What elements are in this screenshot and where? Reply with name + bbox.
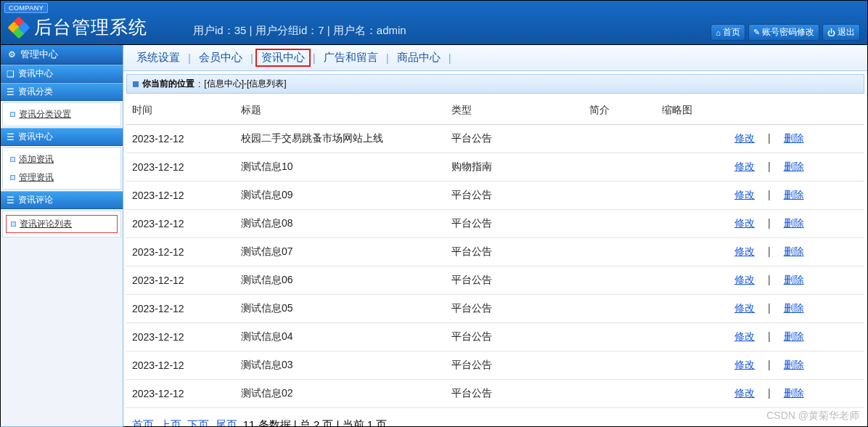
password-button[interactable]: ✎账号密码修改 xyxy=(748,24,819,41)
edit-link[interactable]: 修改 xyxy=(734,189,755,200)
home-button[interactable]: ⌂首页 xyxy=(711,24,745,41)
sidebar-link-add[interactable]: 添加资讯 xyxy=(3,150,120,168)
cell-ops: 修改|删除 xyxy=(729,295,864,323)
nav-sys[interactable]: 系统设置 xyxy=(131,49,186,66)
col-ops xyxy=(729,97,864,125)
col-intro: 简介 xyxy=(584,97,656,125)
list-icon: ☰ xyxy=(7,87,15,97)
delete-link[interactable]: 删除 xyxy=(784,132,804,144)
table-row: 2023-12-12测试信息04平台公告修改|删除 xyxy=(126,323,864,351)
delete-link[interactable]: 删除 xyxy=(784,359,804,370)
cell-thumb xyxy=(656,210,729,238)
list-icon: ☰ xyxy=(7,132,15,142)
pager: 首页 上页 下页 尾页 11 条数据 | 总 2 页 | 当前 1 页 xyxy=(126,408,864,426)
table-row: 2023-12-12测试信息03平台公告修改|删除 xyxy=(126,351,864,380)
col-type: 类型 xyxy=(446,97,584,125)
sidebar-group-center-label: 资讯中心 xyxy=(18,131,53,143)
sidebar-link-comment-list[interactable]: 资讯评论列表 xyxy=(6,215,118,233)
company-tag: COMPANY xyxy=(4,3,48,13)
edit-link[interactable]: 修改 xyxy=(734,359,755,370)
table-header-row: 时间 标题 类型 简介 缩略图 xyxy=(126,97,864,125)
delete-link[interactable]: 删除 xyxy=(784,217,804,229)
cell-thumb xyxy=(656,295,729,323)
delete-link[interactable]: 删除 xyxy=(784,160,804,172)
cell-title: 测试信息04 xyxy=(235,323,446,351)
cell-thumb xyxy=(656,351,729,380)
cell-type: 平台公告 xyxy=(446,323,584,351)
delete-link[interactable]: 删除 xyxy=(784,274,804,285)
cell-time: 2023-12-12 xyxy=(126,380,235,408)
pager-prev[interactable]: 上页 xyxy=(160,418,181,426)
top-nav: 系统设置| 会员中心| 资讯中心| 广告和留言| 商品中心| xyxy=(123,45,867,71)
sidebar-group-center[interactable]: ☰ 资讯中心 xyxy=(1,128,123,146)
cell-time: 2023-12-12 xyxy=(126,295,235,323)
sidebar-group-comment[interactable]: ☰ 资讯评论 xyxy=(1,191,123,209)
cell-title: 测试信息05 xyxy=(235,295,446,323)
cell-ops: 修改|删除 xyxy=(729,380,864,408)
table-row: 2023-12-12测试信息10购物指南修改|删除 xyxy=(126,153,864,182)
nav-member[interactable]: 会员中心 xyxy=(193,49,248,66)
top-header: COMPANY 后台管理系统 用户id：35 | 用户分组id：7 | 用户名：… xyxy=(0,0,868,45)
bullet-icon xyxy=(11,221,16,227)
sidebar: ⚙ 管理中心 ❏ 资讯中心 ☰ 资讯分类 资讯分类设置 ☰ 资讯中心 添加资讯 … xyxy=(0,45,123,427)
cell-time: 2023-12-12 xyxy=(126,351,235,380)
delete-link[interactable]: 删除 xyxy=(784,302,804,314)
data-table: 时间 标题 类型 简介 缩略图 2023-12-12校园二手交易跳蚤市场网站上线… xyxy=(126,97,864,408)
table-row: 2023-12-12测试信息06平台公告修改|删除 xyxy=(126,267,864,295)
bullet-icon xyxy=(10,157,15,162)
link-label: 资讯评论列表 xyxy=(20,218,72,230)
cell-type: 平台公告 xyxy=(446,295,584,323)
delete-link[interactable]: 删除 xyxy=(784,387,804,399)
pager-last[interactable]: 尾页 xyxy=(216,418,237,426)
list-icon: ☰ xyxy=(7,195,15,206)
cell-intro xyxy=(584,380,656,408)
nav-goods[interactable]: 商品中心 xyxy=(391,49,446,66)
edit-link[interactable]: 修改 xyxy=(734,330,755,342)
cell-ops: 修改|删除 xyxy=(729,182,864,210)
edit-link[interactable]: 修改 xyxy=(734,274,755,285)
nav-info[interactable]: 资讯中心 xyxy=(255,49,311,67)
breadcrumb: 你当前的位置 : [信息中心]-[信息列表] xyxy=(126,74,864,94)
cell-type: 平台公告 xyxy=(446,238,584,267)
cell-type: 平台公告 xyxy=(446,210,584,238)
logout-button[interactable]: ⏻退出 xyxy=(822,24,860,41)
nav-ad[interactable]: 广告和留言 xyxy=(318,49,384,66)
cell-thumb xyxy=(656,125,729,153)
cell-intro xyxy=(584,238,656,267)
cell-intro xyxy=(584,210,656,238)
sidebar-link-category-set[interactable]: 资讯分类设置 xyxy=(3,105,120,123)
home-icon: ⌂ xyxy=(716,28,721,37)
cell-ops: 修改|删除 xyxy=(729,351,864,380)
cell-title: 校园二手交易跳蚤市场网站上线 xyxy=(235,125,446,153)
table-row: 2023-12-12测试信息09平台公告修改|删除 xyxy=(126,182,864,210)
cell-ops: 修改|删除 xyxy=(729,238,864,267)
cell-title: 测试信息07 xyxy=(235,238,446,267)
edit-link[interactable]: 修改 xyxy=(734,217,755,229)
edit-link[interactable]: 修改 xyxy=(734,387,755,399)
edit-link[interactable]: 修改 xyxy=(734,245,755,257)
edit-link[interactable]: 修改 xyxy=(734,302,755,314)
cell-time: 2023-12-12 xyxy=(126,182,235,210)
logo-icon xyxy=(9,18,28,37)
cell-time: 2023-12-12 xyxy=(126,153,235,182)
sidebar-group-category[interactable]: ☰ 资讯分类 xyxy=(1,83,123,101)
link-label: 添加资讯 xyxy=(19,153,54,166)
table-row: 2023-12-12测试信息08平台公告修改|删除 xyxy=(126,210,864,238)
pager-next[interactable]: 下页 xyxy=(187,418,209,426)
breadcrumb-path: [信息中心]-[信息列表] xyxy=(204,78,286,90)
edit-link[interactable]: 修改 xyxy=(734,160,755,172)
pager-first[interactable]: 首页 xyxy=(132,418,154,426)
sidebar-section-info-center[interactable]: ❏ 资讯中心 xyxy=(1,65,123,83)
cell-thumb xyxy=(656,238,729,267)
cell-title: 测试信息10 xyxy=(235,153,446,182)
col-thumb: 缩略图 xyxy=(656,97,729,125)
delete-link[interactable]: 删除 xyxy=(784,189,804,200)
cell-ops: 修改|删除 xyxy=(729,125,864,153)
edit-link[interactable]: 修改 xyxy=(734,132,755,144)
cell-type: 购物指南 xyxy=(446,153,584,182)
cell-intro xyxy=(584,351,656,380)
cell-intro xyxy=(584,267,656,295)
delete-link[interactable]: 删除 xyxy=(784,245,804,257)
delete-link[interactable]: 删除 xyxy=(784,330,804,342)
sidebar-link-manage[interactable]: 管理资讯 xyxy=(3,168,120,187)
